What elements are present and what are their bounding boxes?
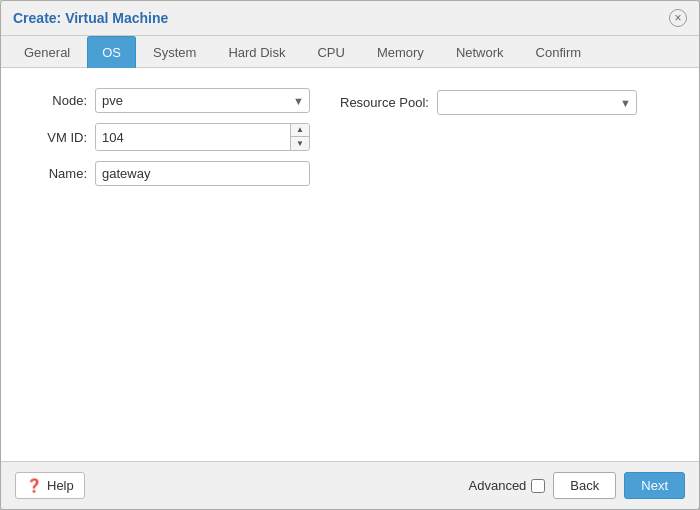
footer-left: ❓ Help xyxy=(15,472,85,499)
vmid-label: VM ID: xyxy=(17,130,87,145)
back-button[interactable]: Back xyxy=(553,472,616,499)
tab-network[interactable]: Network xyxy=(441,36,519,68)
form-content: Node: pve ▼ VM ID: ▲ ▼ xyxy=(1,68,699,461)
resource-pool-select[interactable] xyxy=(437,90,637,115)
create-vm-dialog: Create: Virtual Machine × General OS Sys… xyxy=(0,0,700,510)
vmid-decrement[interactable]: ▼ xyxy=(291,137,309,150)
vmid-spinner: ▲ ▼ xyxy=(95,123,310,151)
vmid-input[interactable] xyxy=(96,124,290,150)
vmid-increment[interactable]: ▲ xyxy=(291,124,309,137)
vmid-row: VM ID: ▲ ▼ xyxy=(17,123,310,151)
tab-hard-disk[interactable]: Hard Disk xyxy=(213,36,300,68)
tab-confirm[interactable]: Confirm xyxy=(521,36,597,68)
title-bar: Create: Virtual Machine × xyxy=(1,1,699,36)
name-row: Name: xyxy=(17,161,310,186)
vmid-arrows: ▲ ▼ xyxy=(290,124,309,150)
close-button[interactable]: × xyxy=(669,9,687,27)
node-row: Node: pve ▼ xyxy=(17,88,310,113)
resource-pool-label: Resource Pool: xyxy=(340,95,429,110)
tab-system[interactable]: System xyxy=(138,36,211,68)
help-label: Help xyxy=(47,478,74,493)
tab-os[interactable]: OS xyxy=(87,36,136,68)
node-select-wrap: pve ▼ xyxy=(95,88,310,113)
advanced-wrap: Advanced xyxy=(469,478,546,493)
tab-cpu[interactable]: CPU xyxy=(302,36,359,68)
dialog-title: Create: Virtual Machine xyxy=(13,10,168,26)
name-label: Name: xyxy=(17,166,87,181)
footer-right: Advanced Back Next xyxy=(469,472,685,499)
advanced-checkbox[interactable] xyxy=(531,479,545,493)
advanced-label: Advanced xyxy=(469,478,527,493)
tab-memory[interactable]: Memory xyxy=(362,36,439,68)
dialog-footer: ❓ Help Advanced Back Next xyxy=(1,461,699,509)
help-icon: ❓ xyxy=(26,478,42,493)
help-button[interactable]: ❓ Help xyxy=(15,472,85,499)
tab-bar: General OS System Hard Disk CPU Memory N… xyxy=(1,36,699,68)
name-input[interactable] xyxy=(95,161,310,186)
resource-pool-select-wrap: ▼ xyxy=(437,90,637,115)
next-button[interactable]: Next xyxy=(624,472,685,499)
node-label: Node: xyxy=(17,93,87,108)
resource-pool-section: Resource Pool: ▼ xyxy=(340,88,637,115)
tab-general[interactable]: General xyxy=(9,36,85,68)
node-select[interactable]: pve xyxy=(95,88,310,113)
